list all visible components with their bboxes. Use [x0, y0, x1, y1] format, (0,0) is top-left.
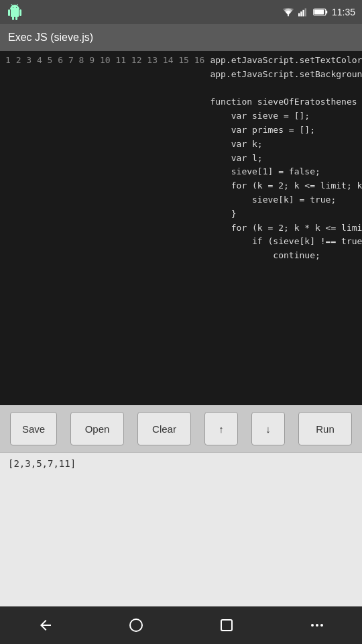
svg-point-12: [320, 624, 323, 627]
svg-point-10: [311, 624, 314, 627]
svg-point-8: [130, 619, 142, 631]
save-button[interactable]: Save: [10, 412, 57, 445]
menu-icon: [309, 617, 325, 633]
run-button[interactable]: Run: [298, 412, 352, 445]
status-bar-right: 11:35: [282, 7, 355, 17]
clear-button[interactable]: Clear: [137, 412, 191, 445]
svg-rect-7: [314, 9, 324, 14]
open-button[interactable]: Open: [70, 412, 124, 445]
svg-rect-1: [298, 13, 300, 17]
svg-rect-9: [221, 620, 232, 631]
home-icon: [128, 617, 144, 633]
svg-point-0: [288, 15, 289, 16]
output-text: [2,3,5,7,11]: [8, 458, 76, 469]
code-editor[interactable]: 1 2 3 4 5 6 7 8 9 10 11 12 13 14 15 16 a…: [0, 51, 362, 405]
scroll-down-button[interactable]: ↓: [251, 412, 285, 445]
line-numbers: 1 2 3 4 5 6 7 8 9 10 11 12 13 14 15 16: [0, 54, 210, 402]
android-icon: [7, 4, 23, 20]
svg-point-11: [316, 624, 318, 627]
recents-icon: [219, 617, 235, 633]
time-display: 11:35: [332, 7, 355, 17]
recents-button[interactable]: [208, 612, 245, 639]
code-content[interactable]: app.etJavaScript.setTextColor(android.gr…: [210, 54, 362, 402]
back-icon: [38, 617, 54, 633]
status-bar: 11:35: [0, 0, 362, 24]
button-bar: Save Open Clear ↑ ↓ Run: [0, 405, 362, 452]
back-button[interactable]: [27, 612, 64, 639]
svg-rect-4: [305, 8, 306, 16]
menu-button[interactable]: [298, 612, 336, 639]
title-bar: Exec JS (sieve.js): [0, 24, 362, 51]
nav-bar: [0, 606, 362, 644]
svg-rect-3: [302, 10, 304, 17]
scroll-up-button[interactable]: ↑: [204, 412, 238, 445]
wifi-icon: [282, 7, 294, 17]
app-title: Exec JS (sieve.js): [8, 32, 93, 44]
home-button[interactable]: [117, 612, 155, 639]
status-bar-left: [7, 4, 23, 20]
svg-rect-6: [326, 11, 327, 14]
output-area: [2,3,5,7,11]: [0, 452, 362, 606]
signal-icon: [298, 7, 309, 17]
battery-icon: [313, 8, 328, 16]
svg-rect-2: [300, 11, 302, 16]
